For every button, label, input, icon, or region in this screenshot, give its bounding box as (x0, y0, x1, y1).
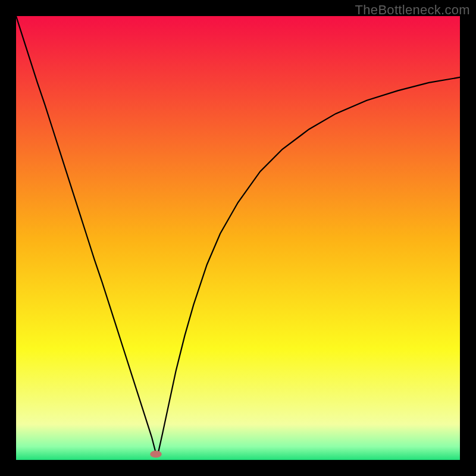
plot-svg (16, 16, 460, 460)
watermark-text: TheBottleneck.com (355, 2, 470, 18)
plot-area (16, 16, 460, 460)
chart-container: TheBottleneck.com (0, 0, 476, 476)
gradient-background (16, 16, 460, 460)
min-marker (150, 450, 161, 458)
